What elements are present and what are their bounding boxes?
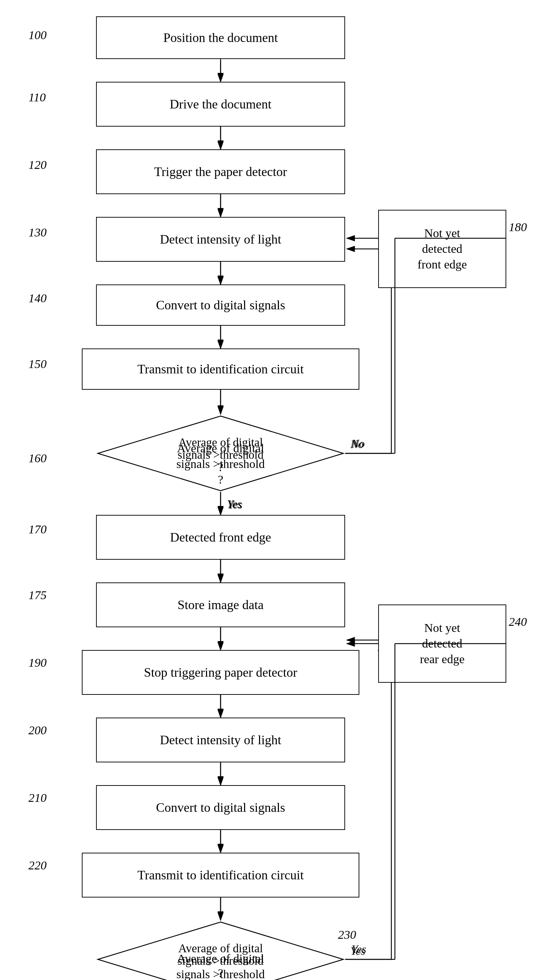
svg-text:Yes: Yes <box>350 945 366 957</box>
box-not-detected-rear: Not yetdetectedrear edge <box>378 604 506 683</box>
label-190: 190 <box>29 656 47 670</box>
box-trigger-paper: Trigger the paper detector <box>96 149 345 194</box>
box-transmit-2: Transmit to identification circuit <box>82 853 359 897</box>
box-convert-digital-1: Convert to digital signals <box>96 285 345 326</box>
label-240: 240 <box>509 615 527 629</box>
box-detect-light-1: Detect intensity of light <box>96 217 345 262</box>
svg-text:No: No <box>351 437 365 450</box>
label-160: 160 <box>29 452 47 465</box>
box-transmit-1: Transmit to identification circuit <box>82 349 359 390</box>
label-175: 175 <box>29 588 47 602</box>
label-150: 150 <box>29 357 47 371</box>
label-220: 220 <box>29 859 47 872</box>
box-not-detected-front: Not yetdetectedfront edge <box>378 210 506 288</box>
label-180: 180 <box>509 221 527 234</box>
box-detected-front: Detected front edge <box>96 515 345 560</box>
label-100: 100 <box>29 29 47 42</box>
svg-text:No: No <box>350 438 364 451</box>
label-110: 110 <box>29 91 45 104</box>
label-170: 170 <box>29 523 47 536</box>
label-120: 120 <box>29 158 47 172</box>
svg-text:Yes: Yes <box>351 943 366 956</box>
box-position-document: Position the document <box>96 16 345 59</box>
svg-text:Yes: Yes <box>227 497 242 510</box>
label-200: 200 <box>29 724 47 737</box>
label-210: 210 <box>29 791 47 805</box>
box-convert-digital-2: Convert to digital signals <box>96 785 345 830</box>
label-140: 140 <box>29 292 47 305</box>
svg-text:Yes: Yes <box>228 498 243 511</box>
box-stop-trigger: Stop triggering paper detector <box>82 650 359 695</box>
box-drive-document: Drive the document <box>96 82 345 126</box>
label-130: 130 <box>29 226 47 239</box>
box-store-image: Store image data <box>96 582 345 627</box>
box-detect-light-2: Detect intensity of light <box>96 718 345 763</box>
